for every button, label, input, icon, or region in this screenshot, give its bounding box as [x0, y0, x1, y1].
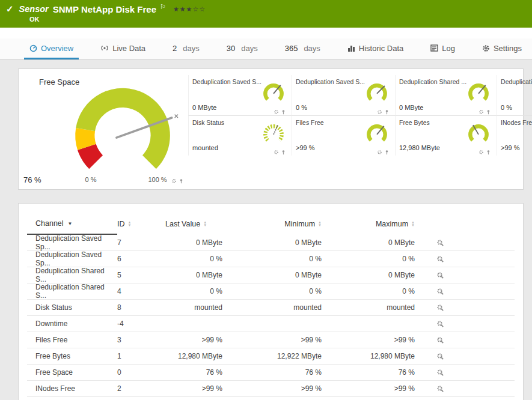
channel-settings-icon[interactable] [436, 385, 444, 393]
gear-icon[interactable] [478, 150, 484, 155]
tab-label: days [304, 44, 320, 53]
cell-last-value: 0 % [165, 287, 222, 295]
gauge-label: INodes Free [501, 119, 532, 126]
gear-icon[interactable] [274, 109, 279, 115]
pin-icon[interactable] [384, 150, 390, 155]
gauge-dial [261, 80, 286, 106]
table-row[interactable]: Deduplication Shared S... 5 0 MByte 0 MB… [27, 267, 515, 283]
cell-actions [436, 336, 460, 344]
log-list-icon [430, 44, 438, 52]
tab-365-days[interactable]: 365 days [280, 38, 326, 59]
cell-minimum: >99 % [222, 336, 322, 344]
channel-settings-icon[interactable] [436, 239, 444, 247]
gauges-panel: Free Space 0 % 100 % 76 % Deduplication … [18, 68, 524, 190]
table-row[interactable]: Deduplication Shared S... 4 0 % 0 % 0 % [27, 283, 515, 300]
table-row[interactable]: Free Space 0 76 % 76 % 76 % [27, 365, 515, 381]
cell-actions [436, 239, 460, 247]
tab-label: Overview [41, 44, 73, 53]
gear-icon[interactable] [478, 109, 484, 115]
table-row[interactable]: Deduplication Saved Sp... 6 0 % 0 % 0 % [27, 251, 515, 267]
cell-actions [436, 304, 460, 312]
sort-icon: ▲▼ [203, 221, 207, 227]
channel-settings-icon[interactable] [436, 304, 444, 312]
table-row[interactable]: Deduplication Saved Sp... 7 0 MByte 0 MB… [27, 235, 515, 251]
gear-icon[interactable] [171, 178, 177, 184]
tab-2-days[interactable]: 2 days [167, 38, 205, 59]
cell-minimum: mounted [222, 303, 322, 312]
cell-maximum: 0 MByte [322, 271, 415, 279]
gauge-value: >99 % [501, 144, 520, 151]
header-minimum[interactable]: Minimum ▲▼ [222, 213, 322, 235]
cell-maximum: 0 % [322, 287, 415, 295]
tab-30-days[interactable]: 30 days [221, 38, 263, 59]
table-row[interactable]: INodes Free 2 >99 % >99 % >99 % [27, 381, 515, 397]
header-last-value[interactable]: Last Value ▲▼ [165, 213, 222, 235]
gauge-dial [466, 121, 491, 147]
gear-icon[interactable] [377, 109, 382, 115]
channel-settings-icon[interactable] [436, 336, 444, 344]
table-row[interactable]: Free Bytes 1 12,980 MByte 12,922 MByte 1… [27, 348, 515, 365]
tab-live-data[interactable]: Live Data [95, 38, 151, 59]
pin-icon[interactable] [486, 109, 491, 115]
gauge-dial [261, 121, 286, 147]
stars-empty: ☆☆ [192, 5, 206, 13]
cell-id: 4 [117, 287, 165, 295]
header-id[interactable]: ID ▲▼ [117, 213, 165, 235]
pin-icon[interactable] [281, 150, 286, 155]
gauge-icons [377, 109, 390, 115]
header-label: Maximum [376, 220, 408, 228]
tab-bar: Overview Live Data 2 days 30 days 365 da… [0, 38, 532, 60]
cell-id: 3 [117, 336, 165, 344]
gear-icon[interactable] [274, 150, 279, 155]
channel-settings-icon[interactable] [436, 255, 444, 263]
table-row[interactable]: Downtime -4 [27, 316, 515, 332]
cell-minimum: 12,922 MByte [222, 352, 322, 360]
tab-historic-data[interactable]: Historic Data [342, 38, 409, 59]
cell-maximum: >99 % [322, 336, 415, 344]
tab-settings[interactable]: Settings [477, 38, 527, 59]
flag-icon[interactable]: ⚐ [160, 3, 166, 11]
status-check-icon: ✓ [6, 4, 14, 14]
small-gauge-cell: Deduplication Shared ... 0 MByte [395, 75, 497, 115]
main-gauge-icons [171, 178, 184, 184]
priority-stars[interactable]: ★★★☆☆ [173, 5, 206, 13]
cell-actions [436, 320, 460, 328]
header-label: ID [117, 220, 125, 228]
tab-overview[interactable]: Overview [24, 38, 79, 59]
cell-actions [436, 353, 460, 360]
table-row[interactable]: Disk Status 8 mounted mounted mounted [27, 300, 515, 316]
gauge-dial [364, 80, 390, 106]
cell-last-value: >99 % [165, 384, 222, 393]
gear-icon [482, 44, 490, 52]
cell-actions [436, 255, 460, 263]
channel-settings-icon[interactable] [436, 353, 444, 360]
small-gauge-cell: Deduplication Saved S... 0 % [292, 75, 395, 115]
cell-id: 2 [117, 384, 165, 393]
channel-settings-icon[interactable] [436, 271, 444, 279]
tab-log[interactable]: Log [425, 38, 460, 59]
cell-id: 6 [117, 255, 165, 263]
channel-settings-icon[interactable] [436, 320, 444, 328]
cell-maximum: 12,980 MByte [322, 352, 415, 360]
cell-channel: INodes Free [27, 384, 117, 393]
stars-filled: ★★★ [173, 5, 193, 13]
pin-icon[interactable] [281, 109, 286, 115]
header-channel[interactable]: Channel ▼ [27, 213, 117, 235]
channel-table-panel: Channel ▼ ID ▲▼ Last Value ▲▼ Minimum ▲▼… [18, 203, 524, 400]
tab-number: 2 [173, 44, 177, 53]
channel-settings-icon[interactable] [436, 288, 444, 295]
pin-icon[interactable] [384, 109, 390, 115]
table-row[interactable]: Files Free 3 >99 % >99 % >99 % [27, 332, 515, 348]
header-maximum[interactable]: Maximum ▲▼ [322, 213, 415, 235]
main-gauge-value: 76 % [23, 175, 41, 184]
header-label: Channel [35, 219, 64, 228]
gear-icon[interactable] [377, 150, 382, 155]
cell-id: 1 [117, 352, 165, 360]
cell-minimum: >99 % [222, 384, 322, 393]
pin-icon[interactable] [179, 178, 184, 184]
pin-icon[interactable] [486, 150, 491, 155]
channel-settings-icon[interactable] [436, 369, 444, 377]
cell-channel: Free Bytes [27, 352, 117, 360]
channel-table-body: Deduplication Saved Sp... 7 0 MByte 0 MB… [27, 235, 515, 397]
cell-actions [436, 288, 460, 295]
